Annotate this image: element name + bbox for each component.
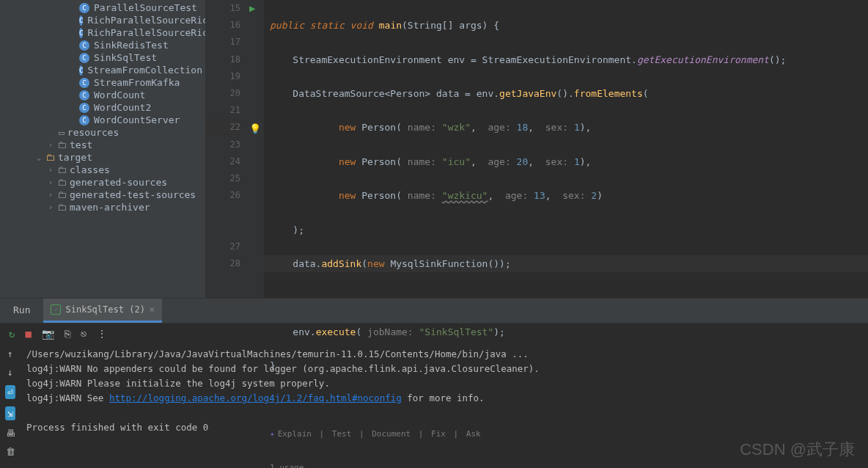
folder-icon: 🗀 [57, 164, 67, 175]
tree-label: maven-archiver [70, 202, 150, 213]
tree-label: WordCount [94, 89, 145, 100]
tree-folder-target[interactable]: ⌄🗀target [0, 151, 205, 164]
class-icon: C [79, 53, 89, 63]
rerun-icon[interactable]: ↻ [9, 328, 15, 340]
class-icon: C [79, 65, 83, 76]
exit-icon[interactable]: ⎘ [65, 328, 70, 340]
tree-label: SinkSqlTest [94, 52, 157, 63]
chevron-right-icon[interactable]: › [48, 178, 57, 186]
class-icon: C [79, 90, 89, 100]
tree-label: resources [67, 127, 119, 138]
tree-label: SinkRedisTest [94, 40, 169, 51]
tree-label: WordCount2 [94, 102, 151, 113]
camera-icon[interactable]: 📷 [42, 328, 54, 340]
run-config-icon: ✓ [51, 304, 61, 315]
tree-label: classes [70, 164, 110, 175]
line-number-gutter: 15 16 17 18 19 20 21 22 23 24 25 26 27 2… [205, 0, 246, 298]
more-icon[interactable]: ⋮ [97, 328, 107, 340]
tree-folder-test[interactable]: ›🗀test [0, 139, 205, 151]
tree-class-item[interactable]: CWordCount2 [0, 101, 205, 114]
chevron-right-icon[interactable]: › [48, 191, 57, 199]
chevron-right-icon[interactable]: › [48, 141, 57, 149]
class-icon: C [79, 78, 89, 88]
tree-label: test [70, 139, 92, 150]
action-document[interactable]: Document [372, 425, 411, 442]
run-gutter-icon[interactable]: ▶ [249, 0, 255, 17]
action-explain[interactable]: Explain [278, 425, 312, 442]
intention-bulb-icon[interactable]: 💡 [249, 120, 261, 137]
tree-class-item[interactable]: CRichParallelSourceRich [0, 14, 205, 26]
console-gutter: ↑ ↓ ⏎ ⇲ 🖶 🗑 [0, 344, 21, 468]
tree-class-item[interactable]: CStreamFromKafka [0, 76, 205, 89]
usages-hint[interactable]: 1 usage [264, 459, 868, 468]
tree-label: generated-test-sources [70, 189, 196, 200]
resources-icon: ▭ [59, 127, 65, 138]
tree-label: RichParallelSourceRich [87, 15, 205, 26]
tree-label: ParallelSourceTest [94, 2, 197, 13]
tree-label: target [58, 152, 92, 163]
action-fix[interactable]: Fix [431, 425, 446, 442]
gutter-icons: ▶ 💡 [246, 0, 264, 298]
ai-bulb-icon[interactable]: ✦ [270, 425, 275, 442]
tree-folder-item[interactable]: ›🗀maven-archiver [0, 201, 205, 213]
folder-icon: 🗀 [57, 189, 67, 200]
run-tab-label[interactable]: Run [0, 299, 43, 323]
tree-class-item[interactable]: CSinkSqlTest [0, 51, 205, 64]
code-content[interactable]: public static void main(String[] args) {… [264, 0, 868, 298]
folder-icon: 🗀 [57, 139, 67, 150]
class-icon: C [79, 115, 89, 125]
run-config-label: SinkSqlTest (2) [65, 304, 144, 315]
action-test[interactable]: Test [332, 425, 352, 442]
action-ask[interactable]: Ask [466, 425, 481, 442]
tree-class-item[interactable]: CSinkRedisTest [0, 39, 205, 51]
tree-class-item[interactable]: CWordCountServer [0, 114, 205, 126]
tree-folder-item[interactable]: ›🗀generated-sources [0, 176, 205, 189]
folder-icon: 🗀 [57, 177, 67, 188]
class-icon: C [79, 103, 89, 113]
trash-icon[interactable]: 🗑 [6, 446, 15, 457]
up-icon[interactable]: ↑ [7, 348, 13, 359]
stop-icon[interactable]: ■ [25, 328, 31, 340]
chevron-down-icon[interactable]: ⌄ [37, 153, 45, 161]
attach-icon[interactable]: ⎋ [81, 328, 87, 340]
watermark: CSDN @武子康 [740, 439, 855, 461]
project-tree[interactable]: CParallelSourceTest CRichParallelSourceR… [0, 0, 205, 298]
folder-icon: 🗀 [57, 202, 67, 213]
tree-label: WordCountServer [94, 114, 180, 125]
tree-label: RichParallelSourceRichTest [87, 27, 205, 38]
run-config-tab[interactable]: ✓ SinkSqlTest (2) × [43, 299, 162, 323]
tree-folder-item[interactable]: ›🗀classes [0, 164, 205, 176]
tree-class-item[interactable]: CWordCount [0, 89, 205, 101]
tree-class-item[interactable]: CParallelSourceTest [0, 1, 205, 14]
scroll-end-icon[interactable]: ⇲ [5, 406, 15, 420]
class-icon: C [79, 15, 83, 26]
folder-icon: 🗀 [45, 152, 55, 163]
soft-wrap-icon[interactable]: ⏎ [5, 385, 15, 399]
chevron-right-icon[interactable]: › [48, 166, 57, 174]
class-icon: C [79, 3, 89, 13]
tree-class-item[interactable]: CStreamFromCollection [0, 64, 205, 76]
code-editor[interactable]: 15 16 17 18 19 20 21 22 23 24 25 26 27 2… [205, 0, 868, 298]
tree-class-item[interactable]: CRichParallelSourceRichTest [0, 26, 205, 39]
tree-label: StreamFromKafka [94, 77, 180, 88]
class-icon: C [79, 40, 89, 51]
tree-folder-resources[interactable]: ▭resources [0, 126, 205, 139]
chevron-right-icon[interactable]: › [48, 203, 57, 211]
class-icon: C [79, 28, 83, 38]
down-icon[interactable]: ↓ [7, 367, 13, 378]
close-tab-icon[interactable]: × [150, 304, 155, 315]
print-icon[interactable]: 🖶 [6, 428, 15, 439]
tree-label: StreamFromCollection [87, 65, 202, 76]
tree-label: generated-sources [70, 177, 167, 188]
tree-folder-item[interactable]: ›🗀generated-test-sources [0, 189, 205, 201]
